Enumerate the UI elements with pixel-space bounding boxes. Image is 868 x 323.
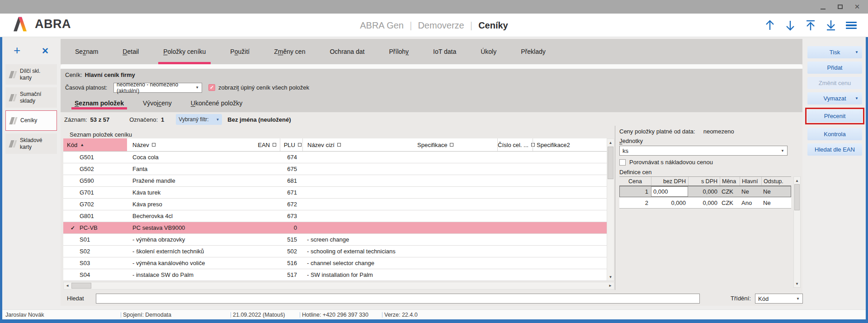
scroll-up-icon: ▲ <box>795 179 799 183</box>
cell-specifikace <box>417 269 497 280</box>
close-section-button[interactable]: ✕ <box>42 46 49 56</box>
column-header-cislo-cel[interactable]: Číslo cel. ... <box>497 138 533 151</box>
prev-record-button[interactable] <box>763 19 777 32</box>
column-header-specifikace2[interactable]: Specifikace2 <box>533 138 607 151</box>
show-full-pricelist-checkbox[interactable]: ✓ <box>208 84 215 91</box>
scroll-left-icon: ◄ <box>66 284 69 288</box>
table-row[interactable]: G702 Káva preso 672 <box>63 199 607 210</box>
maximize-button[interactable] <box>834 2 846 12</box>
scroll-up-button[interactable]: ▲ <box>607 139 614 146</box>
delete-button[interactable]: Vymazat ▼ <box>807 92 862 104</box>
minimize-button[interactable] <box>816 2 829 12</box>
column-header-nazev[interactable]: Název <box>127 138 240 151</box>
arrow-down-icon <box>785 19 796 31</box>
scrollbar-thumb[interactable] <box>608 147 613 179</box>
tab-polozky-ceniku[interactable]: Položky ceníku <box>162 39 207 64</box>
menu-button[interactable] <box>844 19 858 32</box>
scroll-right-button[interactable]: ► <box>607 282 614 289</box>
reprice-button[interactable]: Přecenit <box>807 110 862 122</box>
selected-filter-button[interactable]: Vybraný filtr: ▼ <box>176 114 222 125</box>
tab-zmeny-cen[interactable]: Změny cen <box>273 39 306 64</box>
grid-row[interactable]: 2 0,000 0,000 CZK Ano Ne <box>619 197 791 209</box>
sidebar-item-sumacni-sklady[interactable]: Sumační sklady <box>5 87 57 108</box>
table-row[interactable]: G701 Káva turek 671 <box>63 187 607 199</box>
table-row[interactable]: G590 Pražené mandle 681 <box>63 175 607 187</box>
validity-select[interactable]: neomezeno - neomezeno (aktuální) ▼ <box>113 83 202 93</box>
sidebar-item-skladove-karty[interactable]: Skladové karty <box>5 133 57 154</box>
add-button[interactable]: Přidat <box>807 62 862 74</box>
price-definition-label: Definice cen <box>619 169 652 176</box>
tab-seznam[interactable]: Seznam <box>74 39 99 64</box>
subtab-vyvoj-ceny[interactable]: Vývoj ceny <box>142 94 173 112</box>
title-separator: | <box>470 20 472 31</box>
tab-prilohy[interactable]: Přílohy <box>388 39 410 64</box>
cell-specifikace <box>417 175 497 186</box>
table-row[interactable]: G801 Becherovka 4cl 673 <box>63 210 607 222</box>
scroll-down-button[interactable]: ▼ <box>794 280 800 287</box>
grid-row-selected[interactable]: 1 0,000 0,000 CZK Ne Ne <box>619 186 791 197</box>
table-row[interactable]: G501 Coca cola 674 <box>63 152 607 163</box>
table-row-selected[interactable]: ✓PC-VB PC sestava VB9000 0 <box>63 222 607 234</box>
cell-nazev-cizi <box>302 222 417 233</box>
scrollbar-thumb[interactable] <box>794 184 800 210</box>
tab-ochrana-dat[interactable]: Ochrana dat <box>329 39 365 64</box>
cell-plu: 502 <box>280 246 302 257</box>
print-button[interactable]: Tisk ▼ <box>807 46 862 58</box>
tab-ukoly[interactable]: Úkoly <box>480 39 497 64</box>
unit-select[interactable]: ks ▼ <box>619 146 788 156</box>
table-vertical-scrollbar[interactable]: ▲ ▼ <box>607 138 614 281</box>
subtab-ukoncene-polozky[interactable]: Ukončené položky <box>189 94 244 112</box>
grid-column-s-dph: s DPH <box>688 177 720 185</box>
table-horizontal-scrollbar[interactable]: ◄ ► <box>63 282 614 290</box>
scroll-left-button[interactable]: ◄ <box>64 282 71 289</box>
column-header-nazev-cizi[interactable]: Název cizí <box>302 138 417 151</box>
sidebar-item-dilci-skl-karty[interactable]: Dílčí skl. karty <box>5 64 57 85</box>
scroll-up-icon: ▲ <box>609 141 613 145</box>
search-input[interactable] <box>96 294 700 304</box>
first-record-button[interactable] <box>804 19 817 32</box>
price-edit-cell[interactable]: 0,000 <box>651 186 688 197</box>
table-row[interactable]: S02 - školení externích techniků 502 - s… <box>63 246 607 257</box>
cell-specifikace2 <box>533 269 607 280</box>
cell-specifikace2 <box>533 222 607 233</box>
tab-preklady[interactable]: Překlady <box>520 39 546 64</box>
marked-value: 1 <box>161 116 164 123</box>
check-icon: ✓ <box>210 85 214 90</box>
column-header-specifikace[interactable]: Specifikace <box>417 138 497 151</box>
units-label: Jednotky <box>619 138 643 144</box>
scroll-up-button[interactable]: ▲ <box>794 177 800 184</box>
table-row[interactable]: S01 - výměna obrazovky 515 - screen chan… <box>63 234 607 246</box>
table-row[interactable]: S04 - instalace SW do Palm 517 - SW inst… <box>63 269 607 281</box>
add-section-button[interactable]: + <box>14 44 20 56</box>
scrollbar-thumb[interactable] <box>71 283 91 289</box>
tab-pouziti[interactable]: Použití <box>229 39 250 64</box>
column-options-icon <box>298 143 302 147</box>
tab-iot-data[interactable]: IoT data <box>432 39 457 64</box>
sidebar-item-ceniky[interactable]: Ceníky <box>5 110 57 131</box>
column-options-icon <box>337 143 341 147</box>
next-record-button[interactable] <box>783 19 797 32</box>
scroll-down-button[interactable]: ▼ <box>607 273 614 280</box>
column-header-ean[interactable]: EAN <box>240 138 280 151</box>
tab-detail[interactable]: Detail <box>122 39 140 64</box>
column-header-plu[interactable]: PLU <box>280 138 302 151</box>
detail-vertical-scrollbar[interactable]: ▲ ▼ <box>793 176 801 288</box>
cell-nazev-cizi <box>302 163 417 175</box>
pricelist-name: Hlavní ceník firmy <box>85 71 135 78</box>
subtab-seznam-polozek[interactable]: Seznam položek <box>73 94 125 112</box>
last-record-button[interactable] <box>824 19 838 32</box>
arrow-first-icon <box>805 19 816 31</box>
cell-ean <box>240 152 280 163</box>
table-row[interactable]: G502 Fanta 675 <box>63 163 607 175</box>
sort-select[interactable]: Kód ▼ <box>755 294 803 304</box>
grid-column-hlavni: Hlavní <box>740 177 761 185</box>
cell-specifikace <box>417 257 497 269</box>
compare-cost-checkbox-row[interactable]: Porovnávat s nákladovou cenou <box>619 159 713 166</box>
column-header-kod[interactable]: Kód▲ <box>63 138 127 151</box>
close-button[interactable]: ✕ <box>851 2 863 12</box>
status-date: 21.09.2022 (Matouš) <box>233 312 285 318</box>
search-by-ean-button[interactable]: Hledat dle EAN <box>807 143 862 156</box>
table-row[interactable]: S03 - výměna kanálového voliče 516 - cha… <box>63 257 607 269</box>
cell-specifikace <box>417 222 497 233</box>
check-button[interactable]: Kontrola <box>807 128 862 140</box>
